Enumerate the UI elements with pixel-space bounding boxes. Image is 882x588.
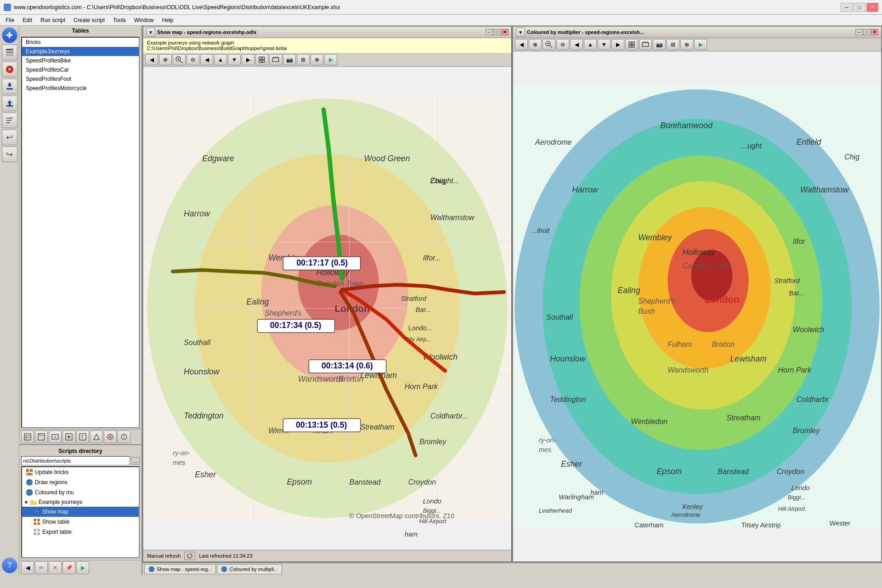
r-map-crosshair-btn[interactable]: ⊕	[680, 39, 693, 50]
left-map-canvas[interactable]: Edgware Wood Green Zought... Harrow Walt…	[143, 67, 511, 550]
table-tool-6[interactable]	[90, 430, 103, 443]
table-item-speed-profiles-motorcycle[interactable]: SpeedProfilesMotorcycle	[22, 84, 139, 93]
r-map-zoom-in2-btn[interactable]	[543, 39, 555, 50]
table-item-speed-profiles-car[interactable]: SpeedProfilesCar	[22, 65, 139, 74]
map-camera-btn[interactable]: 📷	[283, 54, 296, 65]
scripts-nav-pin[interactable]: 📌	[62, 561, 75, 574]
table-tool-2[interactable]	[35, 430, 48, 443]
svg-rect-1	[6, 51, 13, 53]
svg-text:Harrow: Harrow	[572, 185, 599, 194]
map-fit2-btn[interactable]	[269, 54, 282, 65]
maximize-button[interactable]: □	[854, 3, 865, 12]
map-pan-down-btn[interactable]: ▼	[228, 54, 241, 65]
table-item-speed-profiles-bike[interactable]: SpeedProfilesBike	[22, 56, 139, 65]
r-map-zoom-in-btn[interactable]: ⊕	[529, 39, 542, 50]
scripts-nav-run[interactable]: ▶	[76, 561, 89, 574]
svg-text:Ilfor: Ilfor	[793, 237, 805, 245]
r-map-pan-right-btn[interactable]: ▶	[611, 39, 624, 50]
menu-file[interactable]: File	[2, 16, 18, 24]
script-group-example-journeys[interactable]: ▼ Example journeys	[22, 498, 139, 507]
right-panel-minimize-btn[interactable]: ─	[855, 29, 863, 35]
menu-create-script[interactable]: Create script	[70, 16, 108, 24]
scripts-list[interactable]: Update bricks Draw regions	[21, 466, 140, 558]
scripts-nav-delete[interactable]: ✕	[49, 561, 62, 574]
map-crosshair-btn[interactable]: ⊕	[311, 54, 323, 65]
table-tool-8[interactable]: ?	[118, 430, 130, 443]
script-export-table[interactable]: Export table	[22, 527, 139, 537]
map-pan-up-btn[interactable]: ▲	[214, 54, 227, 65]
close-button[interactable]: ✕	[866, 3, 878, 12]
map-area: ▼ Show map - speed-regions-excelshp.odlx…	[142, 26, 882, 575]
status-tab-coloured-by[interactable]: Coloured by multipli...	[217, 564, 282, 574]
script-coloured-by-mu[interactable]: Coloured by mu	[22, 487, 139, 498]
map-pan-left-btn[interactable]: ◀	[200, 54, 213, 65]
delete-row-button[interactable]: ✕	[2, 62, 17, 77]
script-show-map[interactable]: Show map	[22, 507, 139, 517]
map-play-btn[interactable]: ▶	[324, 54, 337, 65]
map-zoom-in2-btn[interactable]	[173, 54, 186, 65]
r-map-fit2-btn[interactable]	[639, 39, 652, 50]
download-button[interactable]	[2, 79, 17, 94]
redo-button[interactable]: ↪	[2, 147, 17, 162]
map-grid-btn[interactable]: ⊞	[297, 54, 310, 65]
r-map-pan-up-btn[interactable]: ▲	[584, 39, 597, 50]
r-map-grid-btn[interactable]: ⊞	[667, 39, 679, 50]
menu-edit[interactable]: Edit	[19, 16, 36, 24]
table-tool-7[interactable]	[104, 430, 117, 443]
right-panel-maximize-btn[interactable]: □	[863, 29, 871, 35]
table-tool-3[interactable]	[49, 430, 62, 443]
r-map-pan-down-btn[interactable]: ▼	[598, 39, 611, 50]
menu-tools[interactable]: Tools	[109, 16, 130, 24]
sort-button[interactable]	[2, 113, 17, 128]
right-map-canvas[interactable]: Aerodrome Borehamwood Enfield Chig ...ug…	[513, 51, 881, 561]
script-update-bricks[interactable]: Update bricks	[22, 467, 139, 477]
table-item-bricks[interactable]: Bricks	[22, 38, 139, 47]
table-tool-1[interactable]	[21, 430, 34, 443]
map-back-btn[interactable]: ◀	[145, 54, 158, 65]
table-tool-4[interactable]	[62, 430, 75, 443]
scripts-nav-edit[interactable]: ✏	[35, 561, 48, 574]
map-fit-btn[interactable]	[255, 54, 268, 65]
scripts-path-input[interactable]	[21, 456, 130, 465]
svg-rect-61	[262, 57, 265, 59]
panel-close-btn[interactable]: ✕	[501, 29, 509, 35]
scripts-nav-bar: ◀ ✏ ✕ 📌 ▶	[19, 560, 141, 575]
panel-maximize-btn[interactable]: □	[493, 29, 501, 35]
help-button[interactable]: ?	[2, 558, 17, 573]
refresh-icon	[187, 553, 193, 559]
menu-window[interactable]: Window	[130, 16, 158, 24]
table-tool-5[interactable]: T	[76, 430, 89, 443]
script-show-table[interactable]: Show table	[22, 517, 139, 527]
undo-button[interactable]: ↩	[2, 130, 17, 145]
add-button[interactable]: ✚	[2, 28, 17, 43]
table-item-speed-profiles-foot[interactable]: SpeedProfilesFoot	[22, 74, 139, 84]
svg-text:Shepherd's: Shepherd's	[638, 297, 675, 305]
menu-run-script[interactable]: Run script	[37, 16, 69, 24]
tables-list[interactable]: Bricks ExampleJourneys SpeedProfilesBike…	[21, 37, 140, 428]
import-button[interactable]	[2, 45, 17, 60]
right-panel-close-btn[interactable]: ✕	[871, 29, 878, 35]
r-map-play-btn[interactable]: ▶	[694, 39, 707, 50]
r-map-pan-left-btn[interactable]: ◀	[570, 39, 583, 50]
refresh-button[interactable]	[184, 552, 195, 560]
upload-button[interactable]	[2, 96, 17, 111]
map-zoom-out-btn[interactable]: ⊖	[187, 54, 199, 65]
r-map-camera-btn[interactable]: 📷	[653, 39, 666, 50]
svg-text:Harrow: Harrow	[184, 209, 210, 218]
script-draw-regions[interactable]: Draw regions	[22, 477, 139, 487]
map-pan-right-btn[interactable]: ▶	[242, 54, 254, 65]
r-map-fit-btn[interactable]	[625, 39, 638, 50]
right-panel-dropdown-button[interactable]: ▼	[516, 28, 525, 37]
scripts-nav-left[interactable]: ◀	[21, 561, 34, 574]
scripts-browse-button[interactable]: ...	[131, 457, 140, 464]
r-map-back-btn[interactable]: ◀	[515, 39, 528, 50]
r-map-zoom-out-btn[interactable]: ⊖	[556, 39, 569, 50]
status-tab-show-map[interactable]: Show map - speed-reg...	[144, 564, 216, 574]
menu-help[interactable]: Help	[158, 16, 177, 24]
minimize-button[interactable]: ─	[841, 3, 853, 12]
map-zoom-in-btn[interactable]: ⊕	[159, 54, 172, 65]
svg-rect-64	[272, 58, 279, 62]
panel-minimize-btn[interactable]: ─	[486, 29, 493, 35]
panel-dropdown-button[interactable]: ▼	[146, 28, 155, 37]
table-item-example-journeys[interactable]: ExampleJourneys	[22, 47, 139, 56]
